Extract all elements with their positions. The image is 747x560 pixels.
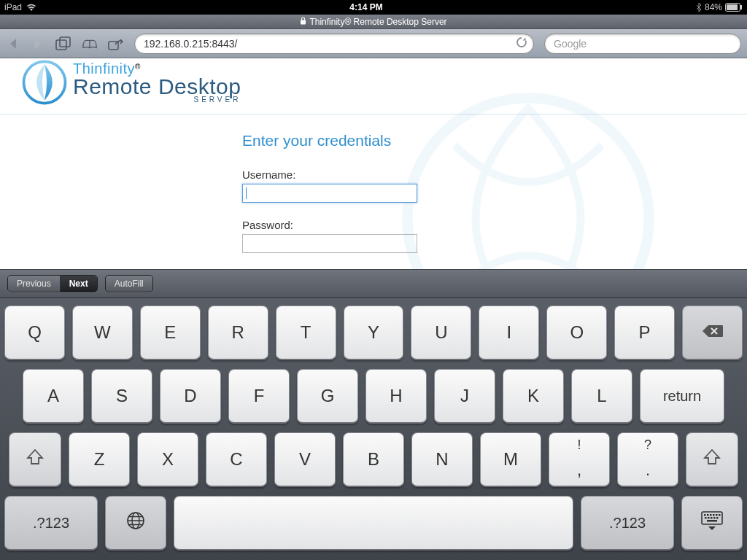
svg-rect-19 <box>708 517 710 519</box>
key-i[interactable]: I <box>479 306 539 360</box>
svg-rect-15 <box>713 514 715 516</box>
key-d[interactable]: D <box>160 369 221 424</box>
key-c[interactable]: C <box>206 432 267 487</box>
key-shift-left[interactable] <box>9 432 61 487</box>
key-hide-keyboard[interactable] <box>681 496 743 551</box>
keyboard-row-2: A S D F G H J K L return <box>4 369 743 424</box>
svg-rect-13 <box>707 514 709 516</box>
svg-rect-23 <box>707 520 717 522</box>
key-q[interactable]: Q <box>4 306 65 360</box>
svg-rect-4 <box>56 40 66 50</box>
key-j[interactable]: J <box>434 369 495 424</box>
web-content: Thinfinity® Remote Desktop SERVER Enter … <box>0 58 747 269</box>
url-field[interactable]: 192.168.0.215:8443/ <box>134 34 534 54</box>
keyboard-row-3: Z X C V B N M ! , ? . <box>4 432 743 487</box>
key-comma[interactable]: ! , <box>549 432 610 487</box>
key-question-label: ? <box>644 438 651 453</box>
key-f[interactable]: F <box>228 369 290 424</box>
password-label: Password: <box>242 219 747 231</box>
key-x[interactable]: X <box>137 432 198 487</box>
logo-mark-icon <box>22 60 67 105</box>
svg-rect-16 <box>716 514 718 516</box>
shift-icon <box>703 448 721 471</box>
key-shift-right[interactable] <box>686 432 738 487</box>
bluetooth-icon <box>696 3 702 12</box>
next-button[interactable]: Next <box>61 276 97 292</box>
page-title-text: Thinfinity® Remote Desktop Server <box>309 17 446 27</box>
prev-next-segment: Previous Next <box>7 275 98 292</box>
wifi-icon <box>26 3 36 12</box>
key-w[interactable]: W <box>72 306 133 360</box>
key-v[interactable]: V <box>274 432 336 487</box>
svg-rect-22 <box>716 517 719 519</box>
key-k[interactable]: K <box>503 369 564 424</box>
previous-button[interactable]: Previous <box>8 276 61 292</box>
key-period[interactable]: ? . <box>617 432 678 487</box>
browser-toolbar: 192.168.0.215:8443/ Google <box>0 29 747 58</box>
svg-rect-12 <box>704 514 706 516</box>
key-e[interactable]: E <box>140 306 201 360</box>
share-icon[interactable] <box>108 36 124 52</box>
bookmarks-icon[interactable] <box>82 36 98 52</box>
key-p[interactable]: P <box>614 306 675 360</box>
key-n[interactable]: N <box>411 432 473 487</box>
backspace-icon <box>702 322 724 343</box>
pages-icon[interactable] <box>55 36 71 52</box>
hide-keyboard-icon <box>700 510 724 535</box>
key-numeric-mode-left[interactable]: .?123 <box>4 496 98 551</box>
logo-registered: ® <box>135 63 140 71</box>
shift-icon <box>26 448 44 471</box>
svg-rect-5 <box>60 37 70 47</box>
status-time: 4:14 PM <box>36 2 696 12</box>
ios-status-bar: iPad 4:14 PM 84% <box>0 0 747 15</box>
svg-rect-2 <box>740 5 742 9</box>
key-numeric-mode-right[interactable]: .?123 <box>581 496 674 551</box>
key-r[interactable]: R <box>208 306 268 360</box>
key-u[interactable]: U <box>411 306 471 360</box>
search-placeholder: Google <box>554 38 587 50</box>
login-form: Enter your credentials Username: Passwor… <box>0 114 747 253</box>
logo-product: Remote Desktop <box>73 76 241 98</box>
product-logo: Thinfinity® Remote Desktop SERVER <box>0 58 747 111</box>
key-backspace[interactable] <box>682 306 743 360</box>
key-m[interactable]: M <box>480 432 541 487</box>
key-t[interactable]: T <box>276 306 336 360</box>
svg-rect-3 <box>301 20 306 24</box>
onscreen-keyboard: Q W E R T Y U I O P A S D F G H J K L re… <box>0 298 747 560</box>
autofill-button[interactable]: AutoFill <box>105 275 153 292</box>
password-input[interactable] <box>242 234 417 253</box>
svg-rect-21 <box>713 517 716 519</box>
login-heading: Enter your credentials <box>242 132 747 149</box>
key-g[interactable]: G <box>297 369 358 424</box>
key-y[interactable]: Y <box>344 306 404 360</box>
key-space[interactable] <box>174 496 573 551</box>
key-o[interactable]: O <box>546 306 607 360</box>
key-a[interactable]: A <box>23 369 84 424</box>
forward-button[interactable] <box>31 36 45 51</box>
lock-icon <box>300 17 306 27</box>
key-period-label: . <box>646 461 650 480</box>
svg-rect-18 <box>705 517 707 519</box>
page-title-bar: Thinfinity® Remote Desktop Server <box>0 15 747 29</box>
battery-percent: 84% <box>705 2 722 12</box>
username-input[interactable] <box>242 184 417 203</box>
username-label: Username: <box>242 168 747 181</box>
svg-rect-17 <box>719 514 721 516</box>
svg-rect-14 <box>710 514 712 516</box>
key-s[interactable]: S <box>91 369 152 424</box>
key-l[interactable]: L <box>571 369 632 424</box>
key-globe[interactable] <box>105 496 166 551</box>
key-z[interactable]: Z <box>69 432 130 487</box>
reload-icon[interactable] <box>516 36 527 50</box>
key-h[interactable]: H <box>365 369 427 424</box>
globe-icon <box>125 510 146 535</box>
svg-rect-20 <box>711 517 713 519</box>
key-b[interactable]: B <box>343 432 404 487</box>
battery-icon <box>725 3 743 12</box>
keyboard-accessory-bar: Previous Next AutoFill <box>0 269 747 298</box>
svg-rect-1 <box>727 4 738 10</box>
search-field[interactable]: Google <box>544 34 741 54</box>
back-button[interactable] <box>6 36 20 51</box>
key-return[interactable]: return <box>640 369 724 424</box>
keyboard-row-4: .?123 .?123 <box>4 496 743 551</box>
